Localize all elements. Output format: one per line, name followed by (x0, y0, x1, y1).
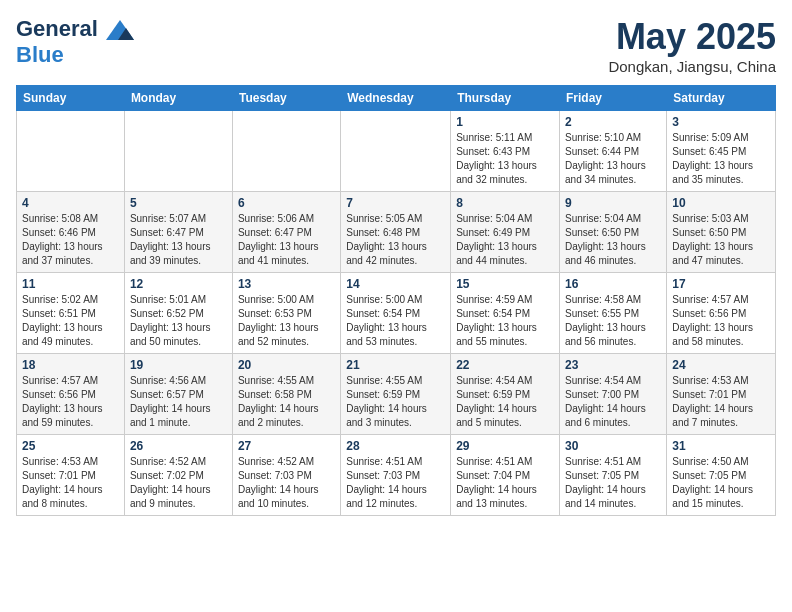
day-number: 24 (672, 358, 770, 372)
day-cell: 14Sunrise: 5:00 AMSunset: 6:54 PMDayligh… (341, 273, 451, 354)
day-number: 19 (130, 358, 227, 372)
header-monday: Monday (124, 86, 232, 111)
day-cell: 25Sunrise: 4:53 AMSunset: 7:01 PMDayligh… (17, 435, 125, 516)
day-number: 4 (22, 196, 119, 210)
day-number: 7 (346, 196, 445, 210)
day-cell: 28Sunrise: 4:51 AMSunset: 7:03 PMDayligh… (341, 435, 451, 516)
logo: General Blue (16, 16, 136, 68)
day-info: Sunrise: 5:10 AMSunset: 6:44 PMDaylight:… (565, 131, 661, 187)
day-cell: 22Sunrise: 4:54 AMSunset: 6:59 PMDayligh… (451, 354, 560, 435)
day-cell: 7Sunrise: 5:05 AMSunset: 6:48 PMDaylight… (341, 192, 451, 273)
week-row-4: 18Sunrise: 4:57 AMSunset: 6:56 PMDayligh… (17, 354, 776, 435)
day-info: Sunrise: 4:57 AMSunset: 6:56 PMDaylight:… (672, 293, 770, 349)
day-number: 5 (130, 196, 227, 210)
day-info: Sunrise: 4:54 AMSunset: 7:00 PMDaylight:… (565, 374, 661, 430)
day-info: Sunrise: 4:58 AMSunset: 6:55 PMDaylight:… (565, 293, 661, 349)
day-cell: 16Sunrise: 4:58 AMSunset: 6:55 PMDayligh… (560, 273, 667, 354)
day-number: 20 (238, 358, 335, 372)
header-friday: Friday (560, 86, 667, 111)
day-cell (341, 111, 451, 192)
day-cell: 27Sunrise: 4:52 AMSunset: 7:03 PMDayligh… (232, 435, 340, 516)
day-number: 6 (238, 196, 335, 210)
day-number: 29 (456, 439, 554, 453)
day-number: 23 (565, 358, 661, 372)
day-number: 22 (456, 358, 554, 372)
day-cell: 20Sunrise: 4:55 AMSunset: 6:58 PMDayligh… (232, 354, 340, 435)
day-info: Sunrise: 5:06 AMSunset: 6:47 PMDaylight:… (238, 212, 335, 268)
day-info: Sunrise: 5:09 AMSunset: 6:45 PMDaylight:… (672, 131, 770, 187)
day-number: 27 (238, 439, 335, 453)
day-number: 28 (346, 439, 445, 453)
location: Dongkan, Jiangsu, China (608, 58, 776, 75)
day-cell: 31Sunrise: 4:50 AMSunset: 7:05 PMDayligh… (667, 435, 776, 516)
header-saturday: Saturday (667, 86, 776, 111)
logo-icon (104, 18, 136, 46)
day-cell: 23Sunrise: 4:54 AMSunset: 7:00 PMDayligh… (560, 354, 667, 435)
day-cell: 26Sunrise: 4:52 AMSunset: 7:02 PMDayligh… (124, 435, 232, 516)
day-cell: 8Sunrise: 5:04 AMSunset: 6:49 PMDaylight… (451, 192, 560, 273)
week-row-5: 25Sunrise: 4:53 AMSunset: 7:01 PMDayligh… (17, 435, 776, 516)
week-row-2: 4Sunrise: 5:08 AMSunset: 6:46 PMDaylight… (17, 192, 776, 273)
day-cell: 15Sunrise: 4:59 AMSunset: 6:54 PMDayligh… (451, 273, 560, 354)
day-info: Sunrise: 5:03 AMSunset: 6:50 PMDaylight:… (672, 212, 770, 268)
calendar-table: SundayMondayTuesdayWednesdayThursdayFrid… (16, 85, 776, 516)
day-number: 17 (672, 277, 770, 291)
header-tuesday: Tuesday (232, 86, 340, 111)
day-number: 13 (238, 277, 335, 291)
day-cell: 10Sunrise: 5:03 AMSunset: 6:50 PMDayligh… (667, 192, 776, 273)
day-number: 26 (130, 439, 227, 453)
calendar-header-row: SundayMondayTuesdayWednesdayThursdayFrid… (17, 86, 776, 111)
day-info: Sunrise: 4:52 AMSunset: 7:02 PMDaylight:… (130, 455, 227, 511)
day-info: Sunrise: 4:51 AMSunset: 7:04 PMDaylight:… (456, 455, 554, 511)
day-cell: 2Sunrise: 5:10 AMSunset: 6:44 PMDaylight… (560, 111, 667, 192)
day-number: 1 (456, 115, 554, 129)
day-cell (232, 111, 340, 192)
day-info: Sunrise: 5:05 AMSunset: 6:48 PMDaylight:… (346, 212, 445, 268)
day-cell (124, 111, 232, 192)
day-info: Sunrise: 5:07 AMSunset: 6:47 PMDaylight:… (130, 212, 227, 268)
day-info: Sunrise: 4:59 AMSunset: 6:54 PMDaylight:… (456, 293, 554, 349)
day-cell: 21Sunrise: 4:55 AMSunset: 6:59 PMDayligh… (341, 354, 451, 435)
day-info: Sunrise: 4:50 AMSunset: 7:05 PMDaylight:… (672, 455, 770, 511)
day-number: 30 (565, 439, 661, 453)
day-number: 16 (565, 277, 661, 291)
day-number: 14 (346, 277, 445, 291)
day-cell: 17Sunrise: 4:57 AMSunset: 6:56 PMDayligh… (667, 273, 776, 354)
day-cell: 6Sunrise: 5:06 AMSunset: 6:47 PMDaylight… (232, 192, 340, 273)
day-info: Sunrise: 5:11 AMSunset: 6:43 PMDaylight:… (456, 131, 554, 187)
day-cell: 5Sunrise: 5:07 AMSunset: 6:47 PMDaylight… (124, 192, 232, 273)
week-row-1: 1Sunrise: 5:11 AMSunset: 6:43 PMDaylight… (17, 111, 776, 192)
day-cell: 18Sunrise: 4:57 AMSunset: 6:56 PMDayligh… (17, 354, 125, 435)
page-header: General Blue May 2025 Dongkan, Jiangsu, … (16, 16, 776, 75)
day-info: Sunrise: 5:04 AMSunset: 6:49 PMDaylight:… (456, 212, 554, 268)
day-number: 12 (130, 277, 227, 291)
day-number: 3 (672, 115, 770, 129)
day-info: Sunrise: 5:04 AMSunset: 6:50 PMDaylight:… (565, 212, 661, 268)
day-info: Sunrise: 4:51 AMSunset: 7:05 PMDaylight:… (565, 455, 661, 511)
day-number: 25 (22, 439, 119, 453)
day-cell: 30Sunrise: 4:51 AMSunset: 7:05 PMDayligh… (560, 435, 667, 516)
day-info: Sunrise: 4:54 AMSunset: 6:59 PMDaylight:… (456, 374, 554, 430)
day-cell: 9Sunrise: 5:04 AMSunset: 6:50 PMDaylight… (560, 192, 667, 273)
day-info: Sunrise: 5:02 AMSunset: 6:51 PMDaylight:… (22, 293, 119, 349)
day-info: Sunrise: 5:00 AMSunset: 6:53 PMDaylight:… (238, 293, 335, 349)
day-info: Sunrise: 4:57 AMSunset: 6:56 PMDaylight:… (22, 374, 119, 430)
day-cell: 29Sunrise: 4:51 AMSunset: 7:04 PMDayligh… (451, 435, 560, 516)
day-number: 2 (565, 115, 661, 129)
day-info: Sunrise: 4:53 AMSunset: 7:01 PMDaylight:… (22, 455, 119, 511)
day-info: Sunrise: 4:51 AMSunset: 7:03 PMDaylight:… (346, 455, 445, 511)
week-row-3: 11Sunrise: 5:02 AMSunset: 6:51 PMDayligh… (17, 273, 776, 354)
day-cell: 24Sunrise: 4:53 AMSunset: 7:01 PMDayligh… (667, 354, 776, 435)
title-block: May 2025 Dongkan, Jiangsu, China (608, 16, 776, 75)
day-number: 9 (565, 196, 661, 210)
day-info: Sunrise: 4:56 AMSunset: 6:57 PMDaylight:… (130, 374, 227, 430)
day-cell: 13Sunrise: 5:00 AMSunset: 6:53 PMDayligh… (232, 273, 340, 354)
day-info: Sunrise: 5:01 AMSunset: 6:52 PMDaylight:… (130, 293, 227, 349)
day-info: Sunrise: 5:08 AMSunset: 6:46 PMDaylight:… (22, 212, 119, 268)
day-cell: 3Sunrise: 5:09 AMSunset: 6:45 PMDaylight… (667, 111, 776, 192)
day-cell: 12Sunrise: 5:01 AMSunset: 6:52 PMDayligh… (124, 273, 232, 354)
day-number: 11 (22, 277, 119, 291)
day-number: 10 (672, 196, 770, 210)
month-title: May 2025 (608, 16, 776, 58)
header-wednesday: Wednesday (341, 86, 451, 111)
